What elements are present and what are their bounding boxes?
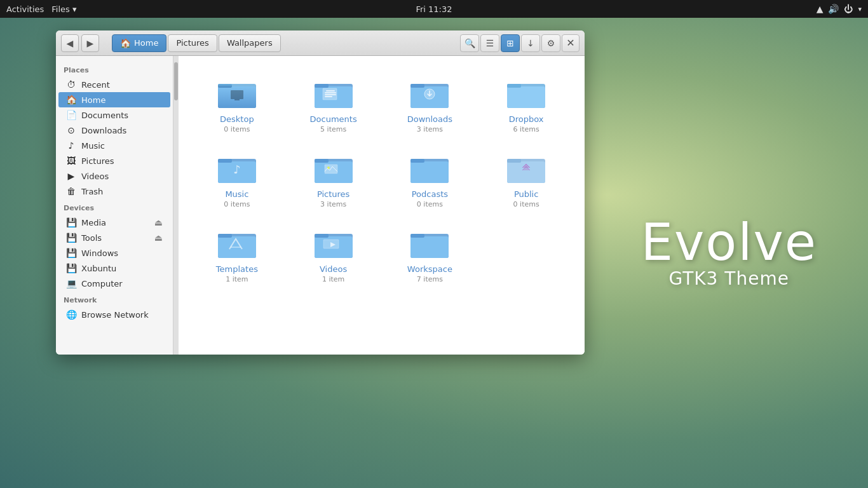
file-item-documents[interactable]: Documents 5 items: [288, 69, 379, 139]
tools-eject[interactable]: ⏏: [154, 233, 163, 243]
videos-label: Videos: [81, 172, 109, 181]
sidebar-item-documents[interactable]: 📄 Documents: [58, 107, 170, 123]
sidebar-scrollbar[interactable]: [173, 56, 179, 355]
sidebar-item-tools[interactable]: 💾 Tools ⏏: [58, 230, 170, 245]
music-icon: ♪: [66, 140, 76, 151]
search-button[interactable]: 🔍: [460, 34, 479, 52]
computer-label: Computer: [81, 279, 123, 288]
power-icon[interactable]: ⏻: [844, 4, 853, 14]
documents-folder-icon: [313, 75, 354, 111]
music-name: Music: [225, 189, 248, 199]
home-sidebar-icon: 🏠: [66, 95, 76, 105]
breadcrumb-tabs: 🏠 Home Pictures Wallpapers: [112, 34, 452, 52]
tab-home[interactable]: 🏠 Home: [112, 34, 166, 52]
templates-name: Templates: [216, 264, 258, 274]
documents-label: Documents: [81, 111, 128, 120]
activities-button[interactable]: Activities: [6, 4, 44, 14]
forward-button[interactable]: ▶: [81, 34, 99, 52]
close-button[interactable]: ✕: [562, 34, 580, 52]
file-item-public[interactable]: Public 0 items: [480, 144, 572, 214]
titlebar: ◀ ▶ 🏠 Home Pictures Wallpapers 🔍 ☰ ⊞ ↓: [56, 30, 585, 56]
file-item-desktop[interactable]: Desktop 0 items: [191, 69, 283, 139]
public-name: Public: [514, 189, 538, 199]
file-item-videos[interactable]: Videos 1 item: [288, 219, 379, 288]
svg-rect-22: [218, 159, 232, 163]
downloads-icon: ⊙: [66, 125, 76, 135]
recent-label: Recent: [81, 80, 110, 90]
files-menu[interactable]: Files ▾: [51, 4, 76, 14]
music-count: 0 items: [224, 200, 250, 208]
list-view-button[interactable]: ☰: [480, 34, 499, 52]
browse-network-label: Browse Network: [81, 310, 149, 320]
file-item-pictures[interactable]: Pictures 3 items: [288, 144, 379, 214]
computer-icon: 💻: [66, 278, 76, 288]
sidebar: Places ⏱ Recent 🏠 Home 📄 Documents ⊙ Dow…: [56, 56, 173, 355]
svg-rect-46: [410, 234, 424, 238]
topbar-right: ▲ 🔊 ⏻ ▾: [817, 4, 862, 14]
sidebar-item-videos[interactable]: ▶ Videos: [58, 168, 170, 184]
sidebar-item-trash[interactable]: 🗑 Trash: [58, 184, 170, 199]
windows-label: Windows: [81, 248, 118, 258]
pictures-count: 3 items: [320, 200, 346, 208]
sidebar-item-media[interactable]: 💾 Media ⏏: [58, 215, 170, 230]
sidebar-item-windows[interactable]: 💾 Windows: [58, 245, 170, 261]
dropdown-icon[interactable]: ▾: [858, 5, 862, 13]
file-item-downloads[interactable]: Downloads 3 items: [384, 69, 476, 139]
sidebar-item-browse-network[interactable]: 🌐 Browse Network: [58, 307, 170, 322]
sidebar-item-pictures[interactable]: 🖼 Pictures: [58, 153, 170, 168]
file-item-templates[interactable]: Templates 1 item: [191, 219, 283, 288]
back-button[interactable]: ◀: [61, 34, 79, 52]
sidebar-item-home[interactable]: 🏠 Home: [58, 92, 170, 107]
grid-view-button[interactable]: ⊞: [501, 34, 520, 52]
trash-label: Trash: [81, 187, 103, 196]
desktop: Evolve GTK3 Theme ◀ ▶ 🏠 Home Pictures Wa…: [0, 18, 868, 488]
file-item-podcasts[interactable]: Podcasts 0 items: [384, 144, 476, 214]
devices-label: Devices: [56, 199, 173, 215]
svg-rect-3: [231, 90, 243, 99]
tools-icon: 💾: [66, 233, 76, 243]
topbar-left: Activities Files ▾: [6, 4, 77, 14]
svg-rect-2: [218, 84, 232, 88]
topbar-clock: Fri 11:32: [416, 4, 452, 14]
desktop-name: Desktop: [220, 114, 254, 124]
desktop-folder-icon: [217, 75, 257, 111]
svg-rect-34: [507, 159, 521, 163]
wifi-icon[interactable]: ▲: [817, 4, 824, 14]
file-manager-window: ◀ ▶ 🏠 Home Pictures Wallpapers 🔍 ☰ ⊞ ↓: [56, 30, 585, 355]
dropbox-count: 6 items: [513, 125, 539, 133]
sidebar-item-xubuntu[interactable]: 💾 Xubuntu: [58, 261, 170, 276]
media-eject[interactable]: ⏏: [154, 217, 163, 227]
podcasts-folder-icon: [409, 150, 450, 186]
theme-title-block: Evolve GTK3 Theme: [641, 217, 817, 289]
places-label: Places: [56, 61, 173, 77]
videos-folder-icon: [313, 225, 354, 261]
tab-wallpapers[interactable]: Wallpapers: [219, 34, 281, 52]
file-item-workspace[interactable]: Workspace 7 items: [384, 219, 476, 288]
sidebar-item-music[interactable]: ♪ Music: [58, 138, 170, 153]
dropbox-name: Dropbox: [509, 114, 544, 124]
toolbar-right: 🔍 ☰ ⊞ ↓ ⚙ ✕: [460, 34, 580, 52]
tools-label: Tools: [81, 233, 102, 243]
desktop-count: 0 items: [224, 125, 250, 133]
xubuntu-icon: 💾: [66, 263, 76, 273]
podcasts-count: 0 items: [417, 200, 443, 208]
media-icon: 💾: [66, 217, 76, 227]
dropbox-folder-icon: [506, 75, 546, 111]
file-item-dropbox[interactable]: Dropbox 6 items: [480, 69, 572, 139]
music-folder-icon: ♪: [217, 150, 257, 186]
podcasts-name: Podcasts: [412, 189, 448, 199]
settings-button[interactable]: ⚙: [541, 34, 560, 52]
sidebar-item-computer[interactable]: 💻 Computer: [58, 276, 170, 291]
svg-rect-41: [315, 234, 329, 238]
downloads-label: Downloads: [81, 126, 126, 135]
media-label: Media: [81, 218, 106, 227]
file-item-music[interactable]: ♪ Music 0 items: [191, 144, 283, 214]
videos-count: 1 item: [322, 275, 344, 283]
sidebar-item-recent[interactable]: ⏱ Recent: [58, 77, 170, 92]
sidebar-item-downloads[interactable]: ⊙ Downloads: [58, 123, 170, 138]
tab-pictures[interactable]: Pictures: [168, 34, 217, 52]
home-label: Home: [81, 95, 105, 105]
sort-button[interactable]: ↓: [521, 34, 540, 52]
volume-icon[interactable]: 🔊: [828, 4, 839, 14]
pictures-label: Pictures: [81, 156, 114, 166]
